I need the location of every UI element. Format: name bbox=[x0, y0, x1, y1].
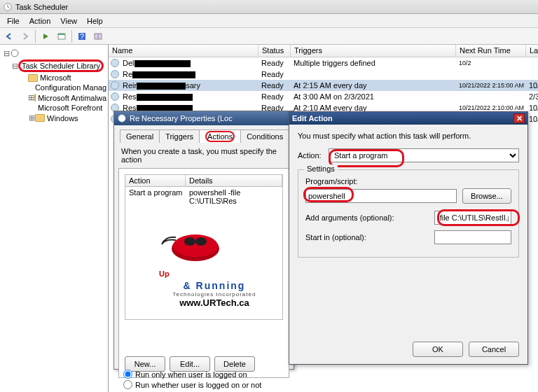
window-title: Task Scheduler bbox=[15, 3, 68, 11]
tree-item[interactable]: ⊞Windows bbox=[1, 113, 106, 123]
tab-conditions[interactable]: Conditions bbox=[240, 130, 289, 143]
clock-icon bbox=[10, 48, 20, 58]
menu-bar: File Action View Help bbox=[0, 14, 538, 28]
tab-description: When you create a task, you must specify… bbox=[121, 147, 287, 164]
svg-rect-2 bbox=[58, 34, 65, 35]
menu-file[interactable]: File bbox=[3, 15, 24, 27]
task-icon bbox=[111, 59, 119, 67]
tree-item[interactable]: Configuration Manag bbox=[1, 83, 106, 92]
window-titlebar: Task Scheduler bbox=[0, 0, 538, 14]
run-icon[interactable] bbox=[38, 29, 53, 43]
col-last[interactable]: Las bbox=[526, 45, 538, 57]
tab-triggers[interactable]: Triggers bbox=[159, 130, 200, 143]
task-icon bbox=[111, 81, 119, 90]
svg-point-8 bbox=[118, 115, 125, 122]
back-button[interactable] bbox=[1, 29, 17, 43]
ok-button[interactable]: OK bbox=[413, 342, 463, 357]
actions-grid[interactable]: Start a program powershell -file C:\UTIL… bbox=[125, 187, 283, 320]
tree-library[interactable]: ⊟Task Scheduler Library bbox=[1, 59, 106, 73]
close-icon[interactable]: ✕ bbox=[513, 113, 525, 123]
arguments-input[interactable] bbox=[434, 211, 511, 225]
tab-general[interactable]: General bbox=[120, 130, 160, 143]
panel-icon[interactable] bbox=[54, 29, 69, 43]
panes-icon[interactable] bbox=[90, 29, 106, 43]
program-input[interactable] bbox=[305, 189, 457, 203]
tree-root[interactable]: ⊟ bbox=[1, 48, 106, 59]
table-row[interactable]: DelReadyMultiple triggers defined10/2 bbox=[109, 57, 538, 69]
mouse-icon bbox=[155, 223, 225, 265]
action-row[interactable]: Start a program powershell -file C:\UTIL… bbox=[125, 187, 282, 206]
edit-action-dialog: Edit Action ✕ You must specify what acti… bbox=[289, 111, 528, 365]
tab-strip: General Triggers Actions Conditions Sett… bbox=[120, 130, 291, 143]
watermark-logo: Up & Running Technologies Incorporated w… bbox=[155, 223, 274, 308]
menu-view[interactable]: View bbox=[56, 15, 81, 27]
program-label: Program/script: bbox=[305, 177, 511, 186]
startin-label: Start in (optional): bbox=[305, 233, 366, 241]
radio-whether[interactable]: Run whether user is logged on or not bbox=[123, 380, 261, 389]
highlight-library: Task Scheduler Library bbox=[18, 59, 104, 72]
actions-grid-header: Action Details bbox=[125, 174, 283, 187]
tree-item[interactable]: Microsoft bbox=[1, 73, 106, 83]
svg-point-11 bbox=[184, 237, 195, 246]
browse-button[interactable]: Browse... bbox=[462, 188, 511, 204]
menu-action[interactable]: Action bbox=[25, 15, 55, 27]
tree-item[interactable]: ⊞Microsoft Antimalwa bbox=[1, 92, 106, 103]
table-row[interactable]: ReReady bbox=[109, 69, 538, 80]
action-label: Action: bbox=[298, 151, 329, 160]
svg-text:?: ? bbox=[80, 32, 84, 41]
toolbar: ? bbox=[0, 28, 538, 45]
forward-button[interactable] bbox=[18, 29, 33, 43]
col-next[interactable]: Next Run Time bbox=[456, 45, 526, 57]
menu-help[interactable]: Help bbox=[83, 15, 107, 27]
tab-actions[interactable]: Actions bbox=[199, 130, 241, 143]
dialog-titlebar[interactable]: Re Necessary Properties (Loc bbox=[114, 111, 294, 125]
cancel-button[interactable]: Cancel bbox=[469, 342, 519, 357]
app-icon bbox=[3, 2, 13, 12]
col-name[interactable]: Name bbox=[109, 45, 258, 57]
clock-icon bbox=[117, 113, 127, 123]
help-icon[interactable]: ? bbox=[74, 29, 90, 43]
table-row[interactable]: ResReadyAt 3:00 AM on 2/3/20212/3 bbox=[109, 91, 538, 102]
edit-description: You must specify what action this task w… bbox=[298, 132, 519, 140]
action-select[interactable]: Start a program bbox=[329, 148, 519, 162]
list-header: Name Status Triggers Next Run Time Las bbox=[109, 45, 538, 57]
radio-logged-on[interactable]: Run only when user is logged on bbox=[123, 370, 261, 379]
col-status[interactable]: Status bbox=[258, 45, 291, 57]
dialog-titlebar[interactable]: Edit Action ✕ bbox=[289, 112, 527, 125]
task-properties-dialog: Re Necessary Properties (Loc General Tri… bbox=[113, 111, 294, 370]
startin-input[interactable] bbox=[434, 230, 511, 244]
svg-point-7 bbox=[11, 50, 18, 57]
svg-point-10 bbox=[173, 234, 218, 257]
run-options: Run only when user is logged on Run whet… bbox=[123, 370, 261, 389]
settings-group: Settings Program/script: Browse... Add a… bbox=[298, 169, 519, 258]
svg-point-12 bbox=[195, 237, 207, 246]
task-icon bbox=[111, 92, 119, 101]
navigation-tree[interactable]: ⊟ ⊟Task Scheduler Library Microsoft Conf… bbox=[0, 45, 109, 392]
task-icon bbox=[111, 70, 119, 78]
table-row[interactable]: ReirsaryReadyAt 2:15 AM every day10/21/2… bbox=[109, 80, 538, 91]
tree-item[interactable]: Microsoft Forefront bbox=[1, 103, 106, 113]
arguments-label: Add arguments (optional): bbox=[305, 214, 394, 222]
col-triggers[interactable]: Triggers bbox=[291, 45, 456, 57]
